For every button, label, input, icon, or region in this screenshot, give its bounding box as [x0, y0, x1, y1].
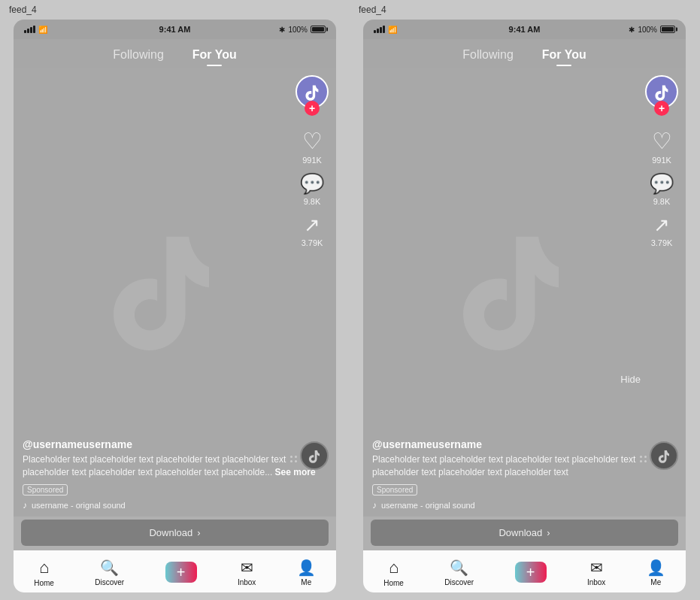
status-left-1: 📶 [24, 26, 47, 34]
username-2[interactable]: @usernameusername [372, 438, 677, 450]
nav-tabs-2: Following For You [363, 39, 686, 68]
create-button-2[interactable]: + [515, 562, 547, 583]
me-label-1: Me [301, 578, 311, 586]
battery-fill-2 [662, 27, 674, 32]
follow-button-2[interactable]: + [654, 101, 669, 116]
inbox-label-2: Inbox [587, 578, 605, 586]
signal-bar [30, 27, 32, 33]
phone-1: feed_4 📶 9:41 AM ✱ 100% [0, 0, 350, 600]
music-note-icon-1: ♪ [23, 500, 27, 511]
download-arrow-2: › [547, 527, 550, 538]
status-time-1: 9:41 AM [159, 25, 191, 34]
action-panel-2: + ♡ 991K 💬 9.8K ↗ 3.79K [645, 68, 678, 247]
caption-1: Placeholder text placeholder text placeh… [23, 453, 327, 479]
nav-me-1[interactable]: 👤 Me [297, 559, 316, 586]
download-bar-1[interactable]: Download › [21, 520, 329, 546]
me-label-2: Me [650, 578, 661, 586]
signal-bars-1 [24, 26, 35, 33]
nav-inbox-2[interactable]: ✉ Inbox [587, 559, 605, 586]
tiktok-watermark-1 [94, 216, 229, 354]
nav-create-1[interactable]: + [165, 562, 197, 583]
comment-button-2[interactable]: 💬 9.8K [650, 172, 674, 206]
download-label-2: Download [498, 527, 542, 538]
floating-record-2[interactable] [650, 441, 678, 470]
inbox-icon-2: ✉ [590, 559, 603, 577]
profile-icon-2: 👤 [647, 559, 665, 577]
page-wrapper: feed_4 📶 9:41 AM ✱ 100% [0, 0, 700, 600]
nav-home-1[interactable]: ⌂ Home [34, 558, 54, 587]
scroll-dots-2 [640, 456, 647, 462]
bottom-overlay-1: @usernameusername Placeholder text place… [14, 438, 336, 517]
sound-bar-1: ♪ username - orignal sound [23, 500, 327, 511]
main-content-1: + ♡ 991K 💬 9.8K ↗ 3.79K [14, 68, 336, 517]
plus-icon-2: + [526, 564, 535, 581]
sound-bar-2: ♪ username - orignal sound [372, 500, 677, 511]
follow-button-1[interactable]: + [305, 101, 320, 116]
nav-discover-2[interactable]: 🔍 Discover [444, 559, 474, 586]
heart-icon-1: ♡ [302, 128, 323, 154]
signal-bar [380, 27, 382, 33]
floating-record-1[interactable] [300, 441, 329, 470]
phone-2-label: feed_4 [350, 0, 699, 20]
nav-me-2[interactable]: 👤 Me [647, 559, 665, 586]
discover-label-1: Discover [95, 578, 124, 586]
like-count-2: 991K [652, 156, 671, 165]
create-button-1[interactable]: + [165, 562, 197, 583]
signal-bar [383, 26, 385, 33]
action-panel-1: + ♡ 991K 💬 9.8K ↗ 3.79K [295, 68, 329, 247]
share-button-1[interactable]: ↗ 3.79K [302, 214, 323, 247]
status-left-2: 📶 [374, 26, 397, 34]
phone-1-label: feed_4 [0, 0, 350, 20]
comment-count-1: 9.8K [304, 197, 321, 206]
like-button-1[interactable]: ♡ 991K [302, 128, 323, 165]
tab-for-you-1[interactable]: For You [189, 47, 240, 63]
username-1[interactable]: @usernameusername [23, 438, 327, 450]
nav-create-2[interactable]: + [515, 562, 547, 583]
status-bar-2: 📶 9:41 AM ✱ 100% [363, 20, 686, 39]
phone-1-screen: 📶 9:41 AM ✱ 100% Following For You [14, 20, 336, 592]
status-right-1: ✱ 100% [279, 26, 326, 34]
comment-button-1[interactable]: 💬 9.8K [300, 172, 324, 206]
share-button-2[interactable]: ↗ 3.79K [651, 214, 673, 247]
tiktok-watermark-2 [444, 216, 579, 354]
wifi-icon-1: 📶 [38, 26, 47, 34]
download-label-1: Download [149, 527, 192, 538]
bluetooth-icon-2: ✱ [629, 26, 635, 34]
music-note-icon-2: ♪ [372, 500, 377, 511]
home-label-2: Home [383, 579, 404, 587]
signal-bar [24, 30, 26, 33]
share-count-1: 3.79K [302, 238, 323, 247]
battery-text-2: 100% [638, 26, 657, 34]
home-icon-1: ⌂ [39, 558, 49, 577]
nav-inbox-1[interactable]: ✉ Inbox [238, 559, 256, 586]
signal-bar [33, 26, 35, 33]
main-content-2: + ♡ 991K 💬 9.8K ↗ 3.79K [363, 68, 686, 517]
inbox-icon-1: ✉ [241, 559, 253, 577]
phone-2-screen: 📶 9:41 AM ✱ 100% Following For You [363, 20, 686, 592]
share-icon-2: ↗ [653, 214, 670, 237]
bluetooth-icon-1: ✱ [279, 26, 285, 34]
like-button-2[interactable]: ♡ 991K [652, 128, 672, 165]
nav-discover-1[interactable]: 🔍 Discover [95, 559, 124, 586]
nav-home-2[interactable]: ⌂ Home [383, 558, 404, 587]
caption-2: Placeholder text placeholder text placeh… [372, 453, 677, 479]
inbox-label-1: Inbox [238, 578, 256, 586]
like-count-1: 991K [302, 156, 322, 165]
status-right-2: ✱ 100% [629, 26, 675, 34]
status-bar-1: 📶 9:41 AM ✱ 100% [14, 20, 336, 39]
profile-icon-1: 👤 [297, 559, 316, 577]
bottom-overlay-2: @usernameusername Placeholder text place… [363, 438, 686, 517]
bottom-nav-1: ⌂ Home 🔍 Discover + ✉ Inbox 👤 [14, 550, 336, 592]
download-bar-2[interactable]: Download › [371, 520, 678, 546]
comment-count-2: 9.8K [653, 197, 671, 206]
hide-button-2[interactable]: Hide [620, 374, 641, 385]
signal-bars-2 [374, 26, 385, 33]
tab-for-you-2[interactable]: For You [539, 47, 589, 63]
avatar-container-2[interactable]: + [645, 75, 678, 108]
tab-following-2[interactable]: Following [459, 47, 517, 63]
nav-tabs-1: Following For You [14, 39, 336, 68]
sponsored-badge-2: Sponsored [372, 484, 417, 495]
avatar-container-1[interactable]: + [295, 75, 329, 108]
discover-icon-1: 🔍 [100, 559, 119, 577]
tab-following-1[interactable]: Following [110, 47, 167, 63]
